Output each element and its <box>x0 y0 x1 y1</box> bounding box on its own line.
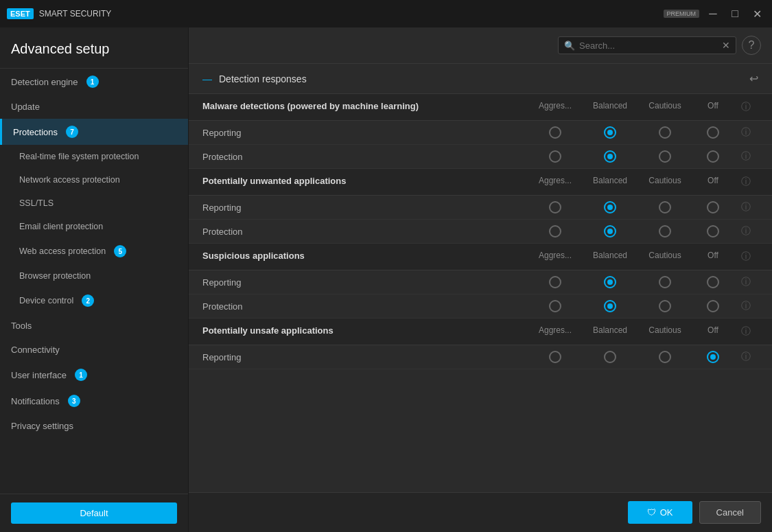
search-input[interactable] <box>579 41 722 51</box>
minimize-button[interactable]: ─ <box>705 5 721 22</box>
radio-off-unsafe-0[interactable] <box>692 351 734 363</box>
radio-balanced-suspicious-0[interactable] <box>583 276 638 288</box>
sidebar-item-tools[interactable]: Tools <box>0 314 188 338</box>
sidebar-item-privacy[interactable]: Privacy settings <box>0 414 188 438</box>
badge-device-control: 2 <box>82 294 94 307</box>
badge-detection-engine: 1 <box>86 76 99 88</box>
radio-off-malware-0[interactable] <box>692 126 734 139</box>
radio-cautious-malware-0[interactable] <box>638 126 692 139</box>
maximize-button[interactable]: □ <box>727 5 743 22</box>
radio-aggres-unsafe-0[interactable] <box>528 351 583 363</box>
radio-dot[interactable] <box>549 126 561 139</box>
radio-dot[interactable] <box>604 351 616 363</box>
radio-dot[interactable] <box>549 201 561 213</box>
radio-dot[interactable] <box>604 150 616 163</box>
ok-button[interactable]: 🛡 OK <box>628 501 692 524</box>
radio-dot[interactable] <box>659 150 671 163</box>
info-icon-row[interactable]: ⓘ <box>734 126 758 139</box>
sidebar-item-update[interactable]: Update <box>0 95 188 119</box>
radio-aggres-pua-1[interactable] <box>528 225 583 238</box>
info-icon-row[interactable]: ⓘ <box>734 201 758 213</box>
radio-cautious-suspicious-1[interactable] <box>638 300 692 312</box>
info-icon-row[interactable]: ⓘ <box>734 150 758 163</box>
sidebar-item-email[interactable]: Email client protection <box>0 215 188 238</box>
radio-aggres-malware-0[interactable] <box>528 126 583 139</box>
radio-cautious-pua-0[interactable] <box>638 201 692 213</box>
radio-dot[interactable] <box>604 225 616 238</box>
radio-dot[interactable] <box>549 225 561 238</box>
sidebar-item-network[interactable]: Network access protection <box>0 168 188 192</box>
info-icon-row[interactable]: ⓘ <box>734 300 758 312</box>
radio-off-pua-1[interactable] <box>692 225 734 238</box>
radio-aggres-malware-1[interactable] <box>528 150 583 163</box>
info-icon-row[interactable]: ⓘ <box>734 351 758 363</box>
radio-balanced-unsafe-0[interactable] <box>583 351 638 363</box>
collapse-button[interactable]: — <box>202 73 212 84</box>
radio-dot[interactable] <box>707 276 719 288</box>
radio-balanced-pua-0[interactable] <box>583 201 638 213</box>
radio-dot[interactable] <box>549 351 561 363</box>
row-label: Reporting <box>202 203 528 213</box>
info-icon-pua[interactable]: ⓘ <box>734 176 758 188</box>
radio-aggres-pua-0[interactable] <box>528 201 583 213</box>
radio-dot[interactable] <box>707 201 719 213</box>
content-scroll: Malware detections (powered by machine l… <box>189 94 772 492</box>
sidebar-item-web-access[interactable]: Web access protection5 <box>0 238 188 264</box>
cancel-button[interactable]: Cancel <box>699 501 761 524</box>
radio-balanced-malware-1[interactable] <box>583 150 638 163</box>
sidebar-item-user-interface[interactable]: User interface1 <box>0 362 188 388</box>
radio-aggres-suspicious-0[interactable] <box>528 276 583 288</box>
sidebar-item-protections[interactable]: Protections7 <box>0 119 188 145</box>
radio-cautious-suspicious-0[interactable] <box>638 276 692 288</box>
radio-dot[interactable] <box>604 300 616 312</box>
radio-dot[interactable] <box>707 351 719 363</box>
radio-off-suspicious-1[interactable] <box>692 300 734 312</box>
info-icon-unsafe[interactable]: ⓘ <box>734 325 758 338</box>
info-icon-row[interactable]: ⓘ <box>734 225 758 238</box>
radio-dot[interactable] <box>707 225 719 238</box>
radio-cautious-malware-1[interactable] <box>638 150 692 163</box>
radio-dot[interactable] <box>549 150 561 163</box>
radio-dot[interactable] <box>659 300 671 312</box>
sidebar-item-connectivity[interactable]: Connectivity <box>0 338 188 362</box>
radio-cautious-unsafe-0[interactable] <box>638 351 692 363</box>
radio-off-suspicious-0[interactable] <box>692 276 734 288</box>
radio-aggres-suspicious-1[interactable] <box>528 300 583 312</box>
info-icon-row[interactable]: ⓘ <box>734 276 758 288</box>
radio-dot[interactable] <box>604 276 616 288</box>
sidebar-item-notifications[interactable]: Notifications3 <box>0 388 188 414</box>
radio-balanced-suspicious-1[interactable] <box>583 300 638 312</box>
radio-dot[interactable] <box>604 201 616 213</box>
radio-dot[interactable] <box>604 126 616 139</box>
radio-balanced-malware-0[interactable] <box>583 126 638 139</box>
radio-dot[interactable] <box>659 351 671 363</box>
sidebar-item-realtime[interactable]: Real-time file system protection <box>0 145 188 168</box>
radio-dot[interactable] <box>659 225 671 238</box>
info-icon-suspicious[interactable]: ⓘ <box>734 251 758 263</box>
sidebar-item-browser[interactable]: Browser protection <box>0 264 188 288</box>
radio-dot[interactable] <box>659 276 671 288</box>
sidebar-item-ssl-tls[interactable]: SSL/TLS <box>0 192 188 215</box>
reset-button[interactable]: ↩ <box>749 72 758 85</box>
sidebar-item-label: Network access protection <box>19 175 120 185</box>
radio-dot[interactable] <box>549 276 561 288</box>
radio-dot[interactable] <box>659 201 671 213</box>
info-icon-malware[interactable]: ⓘ <box>734 101 758 113</box>
radio-dot[interactable] <box>659 126 671 139</box>
radio-dot[interactable] <box>707 126 719 139</box>
search-close-icon[interactable]: ✕ <box>722 40 730 51</box>
table-row: Protection ⓘ <box>189 220 772 244</box>
sidebar-item-detection-engine[interactable]: Detection engine1 <box>0 69 188 95</box>
row-label: Reporting <box>202 277 528 288</box>
radio-cautious-pua-1[interactable] <box>638 225 692 238</box>
default-button[interactable]: Default <box>11 502 177 524</box>
radio-dot[interactable] <box>549 300 561 312</box>
radio-off-malware-1[interactable] <box>692 150 734 163</box>
radio-balanced-pua-1[interactable] <box>583 225 638 238</box>
radio-off-pua-0[interactable] <box>692 201 734 213</box>
radio-dot[interactable] <box>707 150 719 163</box>
radio-dot[interactable] <box>707 300 719 312</box>
close-button[interactable]: ✕ <box>749 5 765 22</box>
sidebar-item-device-control[interactable]: Device control2 <box>0 288 188 314</box>
help-button[interactable]: ? <box>742 36 761 55</box>
